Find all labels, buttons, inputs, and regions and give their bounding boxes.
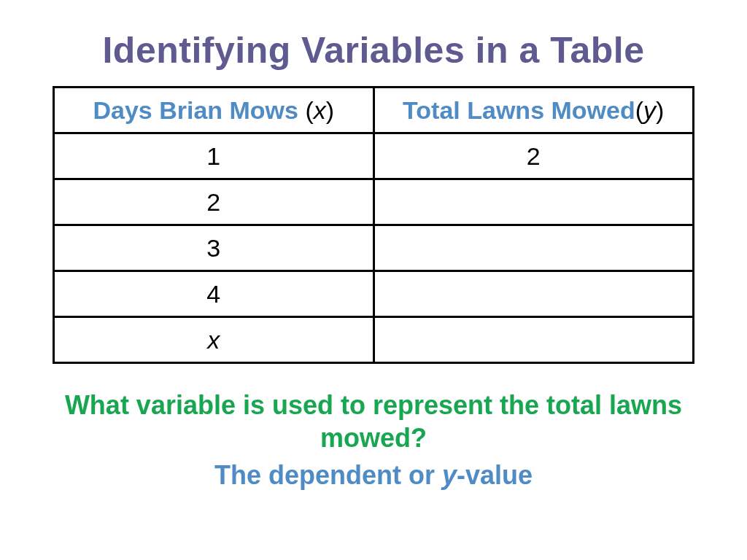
answer-post: -value — [457, 460, 533, 490]
col-header-y: Total Lawns Mowed(y) — [374, 88, 694, 133]
answer-pre: The dependent or — [214, 460, 442, 490]
cell-y: 2 — [374, 133, 694, 179]
variables-table: Days Brian Mows (x) Total Lawns Mowed(y)… — [53, 86, 694, 364]
cell-y — [374, 317, 694, 363]
col-header-y-var: (y) — [635, 96, 665, 124]
slide: Identifying Variables in a Table Days Br… — [0, 0, 747, 560]
question-text: What variable is used to represent the t… — [51, 389, 696, 454]
cell-y — [374, 179, 694, 225]
cell-x: 2 — [54, 179, 374, 225]
col-header-y-label: Total Lawns Mowed — [403, 96, 635, 124]
table-row: 3 — [54, 225, 694, 271]
cell-x: x — [54, 317, 374, 363]
table-row: 4 — [54, 271, 694, 317]
col-header-x-var: (x) — [305, 96, 334, 124]
col-header-x: Days Brian Mows (x) — [54, 88, 374, 133]
cell-x: 1 — [54, 133, 374, 179]
table-row: x — [54, 317, 694, 363]
cell-x: 4 — [54, 271, 374, 317]
table-row: 2 — [54, 179, 694, 225]
col-header-x-label: Days Brian Mows — [93, 96, 305, 124]
cell-y — [374, 271, 694, 317]
cell-x: 3 — [54, 225, 374, 271]
answer-text: The dependent or y-value — [51, 460, 696, 491]
table-body: 1 2 2 3 4 x — [54, 133, 694, 363]
page-title: Identifying Variables in a Table — [51, 29, 696, 71]
cell-y — [374, 225, 694, 271]
table-row: 1 2 — [54, 133, 694, 179]
table-header-row: Days Brian Mows (x) Total Lawns Mowed(y) — [54, 88, 694, 133]
answer-var: y — [442, 460, 457, 490]
